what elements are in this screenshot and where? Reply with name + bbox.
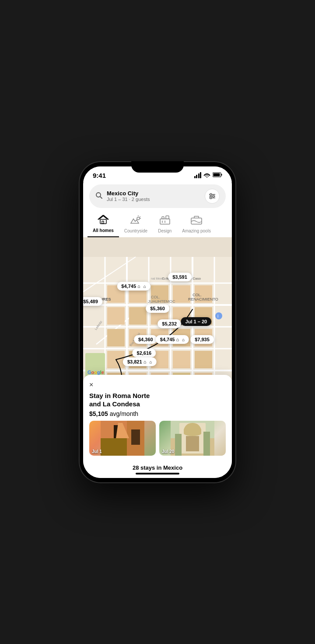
svg-rect-11 <box>100 219 106 224</box>
svg-rect-12 <box>102 221 104 224</box>
svg-rect-49 <box>107 307 125 325</box>
search-icon <box>95 192 102 201</box>
tab-amazing-pools-label: Amazing pools <box>182 229 211 233</box>
tab-all-homes[interactable]: All homes <box>88 213 119 237</box>
category-tabs: All homes Countryside <box>83 211 232 237</box>
svg-text:COL.: COL. <box>192 293 202 297</box>
svg-rect-113 <box>203 432 210 456</box>
card-photos: Jul 1 Jul 20 <box>89 421 226 456</box>
search-details: Jul 1 – 31 · 2 guests <box>107 197 205 202</box>
svg-point-9 <box>213 195 214 197</box>
svg-rect-54 <box>107 329 125 346</box>
tab-amazing-pools[interactable]: Amazing pools <box>177 214 216 237</box>
status-icons <box>194 172 223 179</box>
price-pin-4745a[interactable]: $4,745 ⌂ <box>117 282 150 291</box>
price-pin-4745b[interactable]: $4,745 ⌂ <box>156 335 189 344</box>
card-close-button[interactable]: × <box>89 381 93 389</box>
svg-rect-106 <box>131 429 140 445</box>
svg-line-15 <box>140 217 140 217</box>
svg-rect-18 <box>162 217 164 219</box>
date-pin-jul1-20[interactable]: Jul 1 – 20 <box>181 317 212 326</box>
wifi-icon <box>203 172 210 179</box>
card-photo2-label: Jul 20 <box>162 449 174 454</box>
phone-frame: 9:41 <box>79 161 236 483</box>
home-indicator[interactable] <box>136 473 179 474</box>
svg-text:JUAUHTEMOC: JUAUHTEMOC <box>148 299 175 304</box>
svg-text:nal Mexicano: nal Mexicano <box>151 277 169 280</box>
design-icon <box>159 215 171 227</box>
svg-rect-59 <box>107 351 125 368</box>
status-time: 9:41 <box>93 172 106 179</box>
svg-point-10 <box>210 197 212 199</box>
all-homes-icon <box>98 215 109 227</box>
svg-text:COL.: COL. <box>151 295 160 299</box>
card-photo1-label: Jul 1 <box>92 449 102 454</box>
svg-rect-19 <box>166 216 169 219</box>
card-photo-1[interactable]: Jul 1 <box>89 421 156 456</box>
price-pin-3591[interactable]: $3,591 <box>168 273 192 281</box>
tab-design[interactable]: Design <box>153 214 177 237</box>
search-city: Mexico City <box>107 190 205 197</box>
tab-design-label: Design <box>158 229 172 233</box>
svg-rect-63 <box>195 351 212 368</box>
svg-rect-112 <box>175 434 182 456</box>
filter-button[interactable] <box>205 189 220 204</box>
card-price: $5,105 avg/month <box>89 410 226 417</box>
svg-rect-47 <box>173 285 190 303</box>
svg-rect-1 <box>214 173 220 176</box>
price-pin-5489[interactable]: $5,489 <box>83 297 102 306</box>
google-logo: Google <box>88 370 104 375</box>
bottom-section: 28 stays in Mexico <box>83 460 232 478</box>
price-pin-5360[interactable]: $5,360 <box>146 304 169 313</box>
svg-point-13 <box>137 217 140 220</box>
stays-count: 28 stays in Mexico <box>83 464 232 471</box>
search-bar[interactable]: Mexico City Jul 1 – 31 · 2 guests <box>89 184 226 208</box>
amazing-pools-icon <box>190 215 203 227</box>
price-pin-4360[interactable]: $4,360 <box>134 335 158 344</box>
svg-rect-62 <box>173 351 190 368</box>
tab-countryside[interactable]: Countryside <box>119 214 153 237</box>
tab-countryside-label: Countryside <box>124 229 147 233</box>
countryside-icon <box>130 215 141 227</box>
bottom-card: × Stay in Roma Norteand La Condesa $5,10… <box>83 375 232 460</box>
battery-icon <box>213 172 222 179</box>
svg-text:i: i <box>217 314 218 319</box>
map-container[interactable]: ANZURES C. Maestro Antonio Caso COL. JUA… <box>83 237 232 460</box>
svg-rect-2 <box>221 174 222 176</box>
signal-bars-icon <box>194 172 202 178</box>
svg-point-94 <box>215 312 222 319</box>
svg-point-8 <box>210 194 212 195</box>
svg-text:RENACIMIENTO: RENACIMIENTO <box>188 297 218 301</box>
card-photo-2[interactable]: Jul 20 <box>159 421 226 456</box>
price-pin-7935[interactable]: $7,935 <box>190 335 214 344</box>
tab-all-homes-label: All homes <box>93 228 114 233</box>
svg-rect-111 <box>186 436 199 451</box>
price-pin-5232[interactable]: $5,232 <box>158 319 181 328</box>
phone-screen: 9:41 <box>83 166 232 478</box>
svg-line-4 <box>100 197 102 198</box>
price-pin-3821[interactable]: $3,821 ⌂ <box>123 357 156 366</box>
svg-rect-50 <box>129 307 147 325</box>
search-text: Mexico City Jul 1 – 31 · 2 guests <box>107 190 205 202</box>
card-title: Stay in Roma Norteand La Condesa <box>89 391 226 409</box>
price-pin-2616[interactable]: $2,616 <box>133 349 156 357</box>
notch <box>131 161 184 173</box>
